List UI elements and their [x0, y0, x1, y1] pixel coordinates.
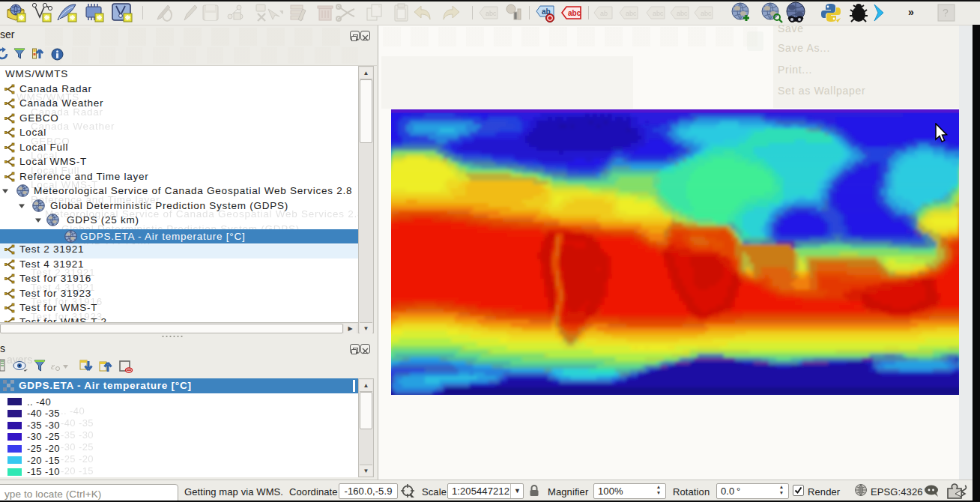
- svg-text:?: ?: [943, 7, 949, 19]
- svg-text:abc: abc: [626, 10, 637, 17]
- svg-text:abc: abc: [677, 10, 688, 17]
- svg-text:ε: ε: [51, 360, 55, 372]
- svg-text:ab: ab: [600, 10, 608, 17]
- svg-text:abc: abc: [568, 9, 581, 17]
- svg-text:abc: abc: [486, 10, 497, 17]
- svg-text:abc: abc: [701, 10, 712, 17]
- svg-text:abc: abc: [653, 10, 664, 17]
